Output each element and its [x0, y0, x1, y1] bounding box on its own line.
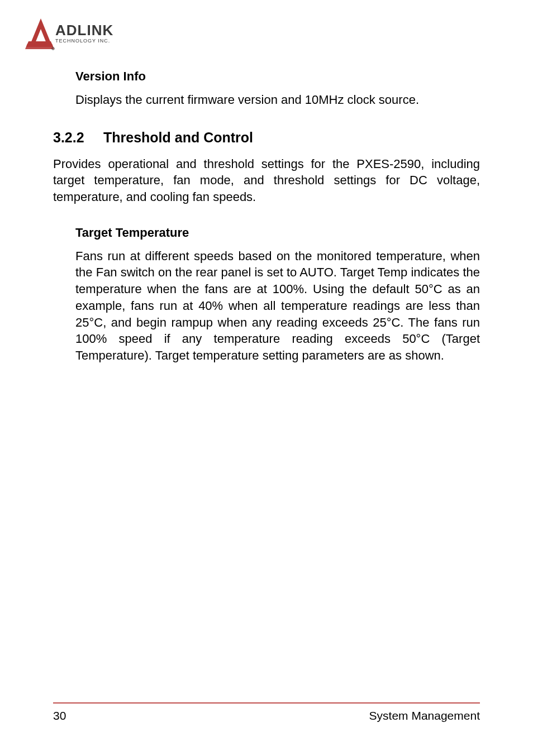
section-number: 3.2.2 [53, 130, 103, 146]
section-title: Threshold and Control [103, 130, 253, 146]
page-container: ADLINK TECHNOLOGY INC. R Version Info Di… [0, 0, 533, 756]
adlink-logo-icon: ADLINK TECHNOLOGY INC. R [25, 17, 126, 51]
chapter-name: System Management [369, 709, 480, 722]
footer-divider [53, 702, 480, 704]
svg-text:ADLINK: ADLINK [55, 22, 113, 39]
threshold-section-header: 3.2.2 Threshold and Control [53, 130, 480, 146]
version-info-heading: Version Info [75, 69, 480, 84]
page-footer: 30 System Management [53, 702, 480, 722]
brand-logo: ADLINK TECHNOLOGY INC. R [25, 17, 480, 54]
page-number: 30 [53, 709, 66, 722]
svg-marker-2 [25, 44, 54, 49]
target-temperature-heading: Target Temperature [75, 226, 480, 240]
version-info-text: Displays the current firmware version an… [75, 92, 480, 108]
target-temperature-body: Fans run at different speeds based on th… [75, 248, 480, 364]
threshold-section-body: Provides operational and threshold setti… [53, 156, 480, 205]
svg-text:TECHNOLOGY INC.: TECHNOLOGY INC. [55, 38, 110, 44]
